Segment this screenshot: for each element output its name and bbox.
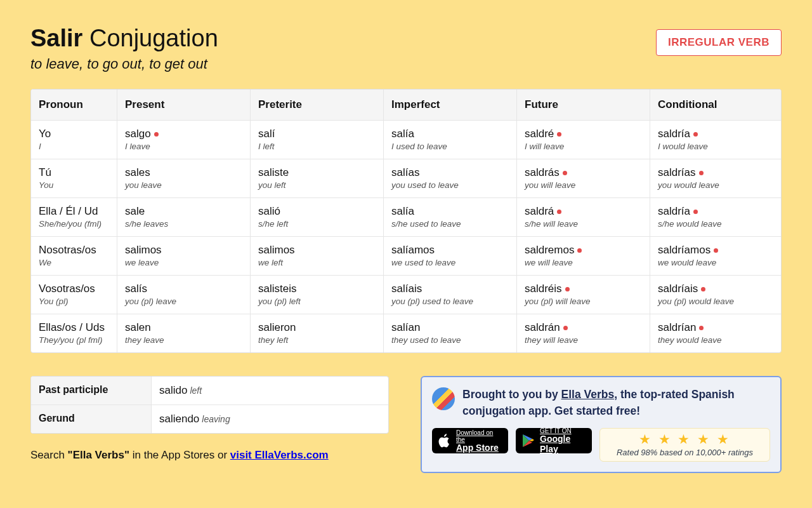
page-title: Salir Conjugation — [30, 25, 218, 52]
column-header: Preterite — [250, 90, 383, 120]
conjugation-cell: saldrásyou will leave — [516, 159, 650, 197]
conjugation-cell: saldríamoswe would leave — [650, 237, 781, 275]
rating-box: ★ ★ ★ ★ ★ Rated 98% based on 10,000+ rat… — [599, 428, 770, 462]
conjugation-cell: saldránthey will leave — [516, 314, 650, 352]
star-icons: ★ ★ ★ ★ ★ — [639, 432, 731, 446]
column-header: Conditional — [650, 90, 781, 120]
conjugation-word: Conjugation — [89, 25, 218, 51]
gerund-value: saliendoleaving — [152, 405, 238, 433]
verb-name: Salir — [30, 25, 82, 51]
table-row: Ella / Él / UdShe/he/you (fml)sales/he l… — [31, 197, 781, 236]
irregular-dot-icon — [563, 171, 567, 175]
pronoun-cell: Ella / Él / UdShe/he/you (fml) — [31, 198, 117, 236]
promo-text: Brought to you by Ella Verbs, the top-ra… — [462, 386, 770, 420]
irregular-badge: IRREGULAR VERB — [656, 29, 782, 56]
conjugation-table: PronounPresentPreteriteImperfectFutureCo… — [30, 89, 782, 353]
conjugation-cell: salíaisyou (pl) used to leave — [383, 276, 516, 314]
verb-subtitle: to leave, to go out, to get out — [30, 56, 218, 72]
irregular-dot-icon — [565, 287, 570, 291]
table-row: TúYousalesyou leavesalisteyou leftsalías… — [31, 159, 781, 197]
conjugation-cell: saldríaisyou (pl) would leave — [650, 276, 781, 314]
participle-table: Past participle salidoleft Gerund salien… — [30, 376, 389, 434]
conjugation-cell: salisteisyou (pl) left — [250, 276, 383, 314]
irregular-dot-icon — [699, 171, 704, 175]
conjugation-cell: salíasyou used to leave — [383, 159, 516, 197]
column-header: Pronoun — [31, 90, 117, 120]
conjugation-cell: salíaI used to leave — [383, 121, 516, 159]
irregular-dot-icon — [557, 132, 561, 137]
google-play-icon — [522, 434, 535, 448]
conjugation-cell: salisteyou left — [250, 159, 383, 197]
conjugation-cell: saldríanthey would leave — [650, 314, 781, 352]
conjugation-cell: salimoswe left — [250, 237, 383, 275]
table-row: Vosotras/osYou (pl)salísyou (pl) leavesa… — [31, 275, 781, 314]
pronoun-cell: Nosotras/osWe — [31, 237, 117, 275]
conjugation-cell: saldréisyou (pl) will leave — [516, 276, 650, 314]
search-note: Search "Ella Verbs" in the App Stores or… — [30, 449, 389, 462]
irregular-dot-icon — [154, 132, 159, 137]
conjugation-cell: saldremoswe will leave — [516, 237, 650, 275]
conjugation-cell: saliós/he left — [250, 198, 383, 236]
column-header: Future — [516, 90, 650, 120]
conjugation-cell: salimoswe leave — [117, 237, 250, 275]
conjugation-cell: saldrás/he will leave — [516, 198, 650, 236]
irregular-dot-icon — [557, 210, 561, 214]
table-row: Ellas/os / UdsThey/you (pl fml)salenthey… — [31, 314, 781, 352]
conjugation-cell: saldréI will leave — [516, 121, 650, 159]
irregular-dot-icon — [693, 210, 698, 214]
rating-text: Rated 98% based on 10,000+ ratings — [617, 448, 753, 457]
conjugation-cell: salísyou (pl) leave — [117, 276, 250, 314]
irregular-dot-icon — [701, 287, 705, 291]
past-participle-label: Past participle — [31, 377, 152, 404]
ellaverbs-link[interactable]: visit EllaVerbs.com — [230, 449, 329, 461]
column-header: Present — [117, 90, 250, 120]
promo-box: Brought to you by Ella Verbs, the top-ra… — [421, 376, 782, 474]
conjugation-cell: salesyou leave — [117, 159, 250, 197]
irregular-dot-icon — [699, 326, 704, 330]
apple-icon — [438, 433, 451, 448]
irregular-dot-icon — [693, 132, 698, 137]
irregular-dot-icon — [714, 248, 718, 253]
app-store-button[interactable]: Download on theApp Store — [432, 428, 508, 453]
ella-verbs-logo-icon — [432, 387, 455, 410]
conjugation-cell: salieronthey left — [250, 314, 383, 352]
irregular-dot-icon — [577, 248, 582, 253]
past-participle-value: salidoleft — [152, 377, 209, 404]
conjugation-cell: salías/he used to leave — [383, 198, 516, 236]
pronoun-cell: Ellas/os / UdsThey/you (pl fml) — [31, 314, 117, 352]
conjugation-cell: saldríaI would leave — [650, 121, 781, 159]
pronoun-cell: YoI — [31, 121, 117, 159]
table-row: YoIsalgoI leavesalíI leftsalíaI used to … — [31, 120, 781, 159]
column-header: Imperfect — [383, 90, 516, 120]
conjugation-cell: sales/he leaves — [117, 198, 250, 236]
conjugation-cell: salíamoswe used to leave — [383, 237, 516, 275]
irregular-dot-icon — [563, 326, 568, 330]
pronoun-cell: Vosotras/osYou (pl) — [31, 276, 117, 314]
conjugation-cell: salenthey leave — [117, 314, 250, 352]
ella-verbs-link[interactable]: Ella Verbs — [561, 388, 615, 401]
conjugation-cell: saldrías/he would leave — [650, 198, 781, 236]
google-play-button[interactable]: GET IT ONGoogle Play — [516, 428, 592, 453]
gerund-label: Gerund — [31, 405, 152, 433]
pronoun-cell: TúYou — [31, 159, 117, 197]
conjugation-cell: salíI left — [250, 121, 383, 159]
conjugation-cell: salgoI leave — [117, 121, 250, 159]
table-row: Nosotras/osWesalimoswe leavesalimoswe le… — [31, 236, 781, 275]
conjugation-cell: saldríasyou would leave — [650, 159, 781, 197]
conjugation-cell: salíanthey used to leave — [383, 314, 516, 352]
